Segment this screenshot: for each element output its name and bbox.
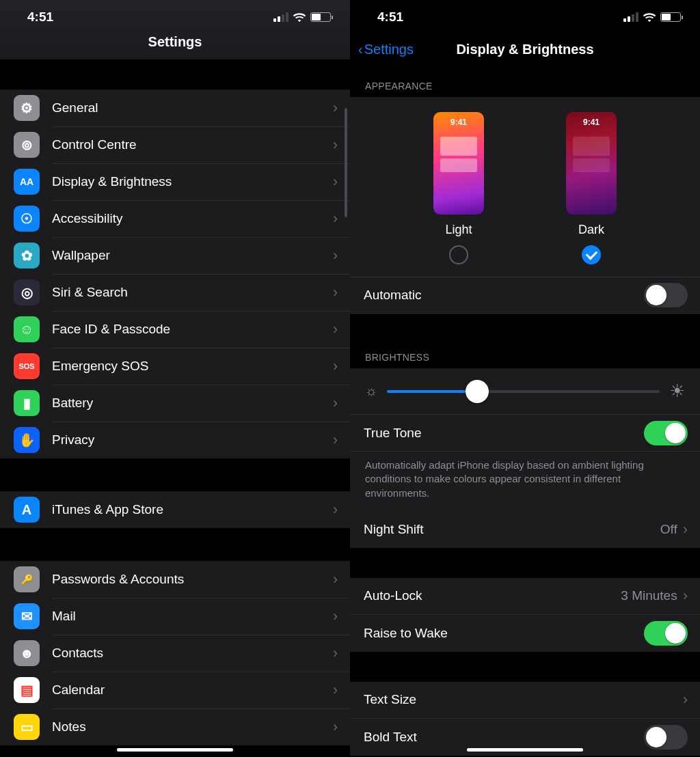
row-label: Wallpaper: [52, 248, 333, 263]
back-button[interactable]: ‹ Settings: [358, 42, 414, 57]
chevron-right-icon: ›: [333, 681, 338, 699]
radio-light[interactable]: [449, 245, 468, 264]
raise-to-wake-label: Raise to Wake: [364, 626, 644, 641]
automatic-label: Automatic: [364, 288, 644, 303]
sun-small-icon: ☼: [365, 383, 377, 399]
chevron-right-icon: ›: [333, 136, 338, 154]
automatic-row[interactable]: Automatic: [350, 277, 700, 314]
appearance-label-dark: Dark: [578, 223, 604, 237]
chevron-right-icon: ›: [333, 718, 338, 736]
display-brightness-screen: 4:51 ‹ Settings Display & Brightness APP…: [350, 0, 700, 757]
settings-row-notes[interactable]: ▭Notes›: [0, 708, 350, 745]
settings-row-control-centre[interactable]: ⊚Control Centre›: [0, 126, 350, 163]
settings-row-passwords-accounts[interactable]: 🔑Passwords & Accounts›: [0, 561, 350, 598]
home-indicator[interactable]: [117, 748, 233, 752]
chevron-right-icon: ›: [683, 691, 688, 708]
sun-large-icon: ☀: [669, 381, 685, 402]
appearance-header: APPEARANCE: [350, 72, 700, 97]
home-indicator[interactable]: [467, 748, 583, 752]
settings-row-accessibility[interactable]: ☉Accessibility›: [0, 200, 350, 237]
page-title: Display & Brightness: [456, 42, 593, 57]
chevron-left-icon: ‹: [358, 42, 363, 57]
automatic-toggle[interactable]: [644, 283, 688, 307]
itunes-appstore-icon: A: [14, 497, 40, 523]
battery-icon: [660, 12, 681, 22]
scrollbar[interactable]: [345, 108, 347, 217]
settings-group: AiTunes & App Store›: [0, 491, 350, 528]
row-label: Control Centre: [52, 137, 333, 152]
page-title: Settings: [0, 34, 350, 50]
row-label: Battery: [52, 396, 333, 411]
settings-screen: 4:51 Settings ⚙General›⊚Control Centre›A…: [0, 0, 350, 757]
appearance-preview-dark: 9:41: [566, 112, 617, 215]
chevron-right-icon: ›: [333, 284, 338, 301]
night-shift-value: Off: [660, 522, 677, 537]
settings-group: ⚙General›⊚Control Centre›AADisplay & Bri…: [0, 90, 350, 458]
settings-row-itunes-appstore[interactable]: AiTunes & App Store›: [0, 491, 350, 528]
chevron-right-icon: ›: [333, 570, 338, 588]
settings-row-battery[interactable]: ▮Battery›: [0, 385, 350, 422]
battery-icon: ▮: [14, 390, 40, 416]
text-size-label: Text Size: [364, 692, 683, 707]
settings-row-emergency-sos[interactable]: SOSEmergency SOS›: [0, 348, 350, 385]
status-time: 4:51: [377, 10, 403, 25]
face-id-passcode-icon: ☺: [14, 316, 40, 342]
settings-row-general[interactable]: ⚙General›: [0, 90, 350, 126]
true-tone-row[interactable]: True Tone: [350, 415, 700, 452]
brightness-header: BRIGHTNESS: [350, 344, 700, 368]
raise-to-wake-row[interactable]: Raise to Wake: [350, 615, 700, 652]
general-icon: ⚙: [14, 95, 40, 121]
settings-row-calendar[interactable]: ▤Calendar›: [0, 672, 350, 708]
cellular-signal-icon: [623, 12, 638, 22]
settings-row-contacts[interactable]: ☻Contacts›: [0, 635, 350, 672]
status-bar: 4:51: [0, 0, 350, 34]
settings-row-siri-search[interactable]: ◎Siri & Search›: [0, 274, 350, 311]
bold-text-toggle[interactable]: [644, 725, 688, 749]
brightness-slider-row[interactable]: ☼ ☀: [350, 368, 700, 415]
night-shift-row[interactable]: Night Shift Off ›: [350, 511, 700, 548]
chevron-right-icon: ›: [333, 357, 338, 375]
control-centre-icon: ⊚: [14, 132, 40, 158]
wifi-icon: [643, 12, 656, 22]
chevron-right-icon: ›: [333, 394, 338, 412]
appearance-option-light[interactable]: 9:41 Light: [433, 112, 484, 264]
settings-row-face-id-passcode[interactable]: ☺Face ID & Passcode›: [0, 311, 350, 348]
chevron-right-icon: ›: [333, 210, 338, 228]
battery-icon: [310, 12, 331, 22]
row-label: iTunes & App Store: [52, 502, 333, 517]
calendar-icon: ▤: [14, 677, 40, 703]
row-label: Display & Brightness: [52, 174, 333, 189]
raise-to-wake-toggle[interactable]: [644, 621, 688, 646]
privacy-icon: ✋: [14, 427, 40, 453]
radio-dark[interactable]: [582, 245, 601, 264]
row-label: Calendar: [52, 683, 333, 698]
appearance-label-light: Light: [445, 223, 472, 237]
text-size-row[interactable]: Text Size ›: [350, 682, 700, 719]
auto-lock-value: 3 Minutes: [621, 588, 677, 603]
auto-lock-row[interactable]: Auto-Lock 3 Minutes ›: [350, 578, 700, 615]
display-brightness-icon: AA: [14, 169, 40, 195]
true-tone-toggle[interactable]: [644, 421, 688, 445]
notes-icon: ▭: [14, 714, 40, 740]
settings-row-display-brightness[interactable]: AADisplay & Brightness›: [0, 163, 350, 200]
chevron-right-icon: ›: [333, 501, 338, 519]
row-label: Mail: [52, 609, 333, 624]
row-label: Siri & Search: [52, 285, 333, 300]
settings-header: 4:51 Settings: [0, 0, 350, 59]
chevron-right-icon: ›: [683, 521, 688, 538]
nav-header: 4:51 ‹ Settings Display & Brightness: [350, 0, 700, 72]
settings-row-mail[interactable]: ✉Mail›: [0, 598, 350, 635]
true-tone-description: Automatically adapt iPhone display based…: [350, 452, 700, 511]
row-label: General: [52, 100, 333, 115]
chevron-right-icon: ›: [333, 320, 338, 338]
appearance-option-dark[interactable]: 9:41 Dark: [566, 112, 617, 264]
row-label: Accessibility: [52, 211, 333, 226]
row-label: Privacy: [52, 432, 333, 448]
row-label: Face ID & Passcode: [52, 322, 333, 337]
true-tone-label: True Tone: [364, 426, 644, 441]
brightness-slider[interactable]: [387, 390, 660, 393]
settings-row-privacy[interactable]: ✋Privacy›: [0, 422, 350, 458]
appearance-preview-light: 9:41: [433, 112, 484, 215]
settings-row-wallpaper[interactable]: ✿Wallpaper›: [0, 237, 350, 274]
chevron-right-icon: ›: [683, 587, 688, 605]
